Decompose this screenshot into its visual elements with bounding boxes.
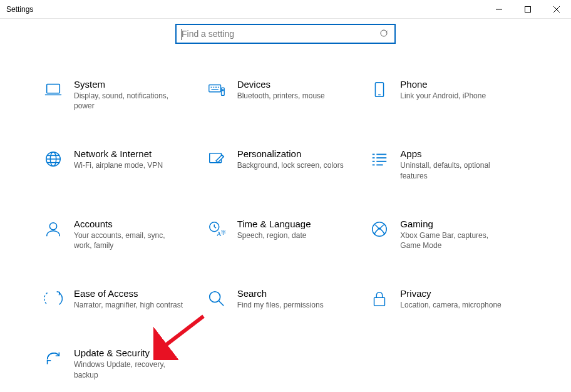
window-controls [485,0,571,19]
person-icon [44,219,71,239]
lock-icon [370,288,398,308]
tile-title: Ease of Access [74,288,183,299]
text-cursor [182,29,182,40]
tile-desc: Find my files, permissions [237,300,324,310]
svg-rect-14 [221,88,224,95]
tile-desc: Bluetooth, printers, mouse [237,91,325,101]
minimize-button[interactable] [485,0,513,19]
svg-point-15 [222,90,224,91]
tile-desc: Display, sound, notifications, power [74,91,183,111]
tile-search[interactable]: Search Find my files, permissions [207,288,364,310]
tile-title: Update & Security [74,348,183,358]
tile-desc: Link your Android, iPhone [400,91,486,101]
tile-desc: Background, lock screen, colors [237,160,344,170]
ease-icon [44,288,71,308]
svg-rect-8 [208,85,220,92]
svg-text:字: 字 [220,230,225,235]
magnifier-icon [207,288,235,308]
svg-point-33 [49,222,56,229]
tile-title: Network & Internet [74,148,163,159]
tile-desc: Speech, region, date [237,230,311,240]
tile-title: Time & Language [237,219,311,229]
maximize-button[interactable] [513,0,542,19]
tile-title: Personalization [237,148,344,159]
tile-desc: Uninstall, defaults, optional features [400,160,510,180]
tile-gaming[interactable]: Gaming Xbox Game Bar, captures, Game Mod… [370,219,527,250]
tile-time[interactable]: A字 Time & Language Speech, region, date [207,219,364,250]
tile-title: Apps [400,148,510,159]
tile-title: Phone [400,79,486,90]
tile-devices[interactable]: Devices Bluetooth, printers, mouse [207,79,364,111]
svg-point-4 [381,30,387,36]
tile-desc: Xbox Game Bar, captures, Game Mode [400,230,510,250]
tile-title: System [74,79,183,90]
close-button[interactable] [542,0,571,19]
svg-rect-6 [47,85,60,93]
tile-title: Devices [237,79,325,90]
titlebar: Settings [0,0,571,19]
keyboard-icon [207,79,235,99]
svg-line-41 [219,301,224,306]
window-title: Settings [6,5,33,14]
tile-title: Gaming [400,219,510,229]
tile-desc: Windows Update, recovery, backup [74,359,183,379]
tile-personalization[interactable]: Personalization Background, lock screen,… [207,148,364,180]
tile-desc: Location, camera, microphone [400,300,501,310]
svg-point-40 [209,292,220,302]
phone-icon [370,79,398,99]
clock-language-icon: A字 [207,219,235,239]
tile-update-security[interactable]: Update & Security Windows Update, recove… [44,348,201,379]
tile-accounts[interactable]: Accounts Your accounts, email, sync, wor… [44,219,201,250]
tile-network[interactable]: Network & Internet Wi-Fi, airplane mode,… [44,148,201,180]
tile-desc: Your accounts, email, sync, work, family [74,230,183,250]
globe-icon [44,148,71,168]
refresh-icon [44,348,71,368]
settings-grid: System Display, sound, notifications, po… [0,54,571,380]
laptop-icon [44,79,71,99]
search-box[interactable] [175,24,396,44]
search-container [0,19,571,54]
tile-privacy[interactable]: Privacy Location, camera, microphone [370,288,527,310]
list-icon [370,148,398,168]
tile-phone[interactable]: Phone Link your Android, iPhone [370,79,527,111]
xbox-icon [370,219,398,239]
tile-title: Privacy [400,288,501,299]
svg-line-36 [214,227,216,228]
tile-title: Accounts [74,219,183,229]
tile-desc: Narrator, magnifier, high contrast [74,300,183,310]
search-input[interactable] [182,29,379,39]
svg-rect-1 [525,6,531,12]
tile-apps[interactable]: Apps Uninstall, defaults, optional featu… [370,148,527,180]
tile-desc: Wi-Fi, airplane mode, VPN [74,160,163,170]
search-icon [379,29,389,39]
tile-system[interactable]: System Display, sound, notifications, po… [44,79,201,111]
pen-icon [207,148,235,168]
tile-ease-of-access[interactable]: Ease of Access Narrator, magnifier, high… [44,288,201,310]
svg-rect-42 [374,297,385,306]
tile-title: Search [237,288,324,299]
